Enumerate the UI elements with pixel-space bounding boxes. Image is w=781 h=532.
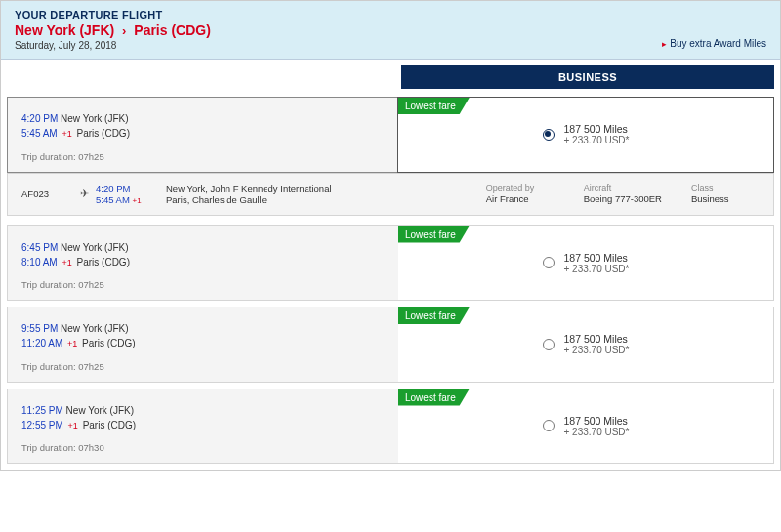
fare-radio[interactable]	[543, 129, 555, 141]
cabin-class: Business	[691, 193, 729, 204]
fare-radio[interactable]	[543, 339, 555, 350]
arr-time: 8:10 AM	[21, 257, 58, 267]
trip-duration: Trip duration: 07h30	[21, 442, 385, 453]
plus-day: +1	[68, 421, 78, 430]
trip-duration: Trip duration: 07h25	[21, 151, 385, 162]
dep-city: New York (JFK)	[61, 323, 128, 334]
plus-day: +1	[62, 129, 71, 139]
trip-duration: Trip duration: 07h25	[21, 279, 385, 290]
miles-amount: 187 500 Miles	[564, 415, 630, 427]
arr-city: Paris (CDG)	[77, 257, 130, 267]
detail-plus-day: +1	[133, 196, 142, 205]
dep-city: New York (JFK)	[66, 405, 134, 416]
arr-city: Paris (CDG)	[77, 128, 130, 139]
dep-time: 4:20 PM	[21, 113, 58, 124]
fare-cell[interactable]: Lowest fare 187 500 Miles + 233.70 USD*	[398, 307, 773, 382]
origin: New York (JFK)	[15, 22, 114, 38]
taxes-amount: + 233.70 USD*	[564, 135, 630, 145]
fare-cell[interactable]: Lowest fare 187 500 Miles + 233.70 USD*	[397, 97, 774, 173]
arr-time: 11:20 AM	[21, 338, 62, 348]
route-line: New York (JFK) › Paris (CDG)	[15, 22, 766, 38]
dep-time: 9:55 PM	[21, 323, 58, 334]
plus-day: +1	[62, 258, 71, 267]
aircraft: Boeing 777-300ER	[584, 193, 662, 204]
flight-times: 6:45 PM New York (JFK) 8:10 AM +1 Paris …	[8, 226, 398, 301]
trip-duration: Trip duration: 07h25	[21, 361, 385, 372]
operated-by-label: Operated by	[486, 184, 555, 193]
buy-miles-link[interactable]: ▸Buy extra Award Miles	[662, 38, 766, 49]
destination: Paris (CDG)	[134, 22, 211, 38]
lowest-fare-ribbon: Lowest fare	[398, 307, 470, 324]
detail-dep-time: 4:20 PM	[96, 184, 166, 194]
triangle-icon: ▸	[662, 39, 667, 49]
operated-by: Air France	[486, 193, 529, 204]
fare-radio[interactable]	[543, 257, 555, 268]
taxes-amount: + 233.70 USD*	[564, 427, 630, 437]
dep-time: 6:45 PM	[21, 242, 58, 253]
fare-cell[interactable]: Lowest fare 187 500 Miles + 233.70 USD*	[398, 389, 773, 464]
detail-arr-airport: Paris, Charles de Gaulle	[166, 194, 361, 205]
travel-date: Saturday, July 28, 2018	[15, 40, 766, 51]
dep-city: New York (JFK)	[61, 242, 128, 253]
dep-city: New York (JFK)	[61, 113, 128, 124]
flight-option[interactable]: 11:25 PM New York (JFK) 12:55 PM +1 Pari…	[7, 389, 774, 465]
detail-arr-time: 5:45 AM	[96, 194, 130, 205]
flight-times: 11:25 PM New York (JFK) 12:55 PM +1 Pari…	[8, 389, 398, 464]
fare-cell[interactable]: Lowest fare 187 500 Miles + 233.70 USD*	[398, 226, 773, 301]
taxes-amount: + 233.70 USD*	[564, 264, 630, 274]
flight-times: 9:55 PM New York (JFK) 11:20 AM +1 Paris…	[8, 307, 398, 382]
flight-detail-row: AF023 ✈ 4:20 PM 5:45 AM +1 New York, Joh…	[7, 173, 774, 216]
flight-option[interactable]: 4:20 PM New York (JFK) 5:45 AM +1 Paris …	[7, 97, 774, 173]
lowest-fare-ribbon: Lowest fare	[398, 98, 470, 114]
departure-header: YOUR DEPARTURE FLIGHT New York (JFK) › P…	[1, 1, 780, 60]
arr-city: Paris (CDG)	[82, 338, 135, 348]
miles-amount: 187 500 Miles	[564, 123, 630, 135]
flight-option[interactable]: 9:55 PM New York (JFK) 11:20 AM +1 Paris…	[7, 307, 774, 383]
fare-radio[interactable]	[543, 420, 555, 431]
dep-time: 11:25 PM	[21, 405, 63, 416]
flight-times: 4:20 PM New York (JFK) 5:45 AM +1 Paris …	[8, 98, 398, 172]
flight-number: AF023	[21, 188, 80, 199]
buy-miles-label: Buy extra Award Miles	[670, 38, 766, 49]
miles-amount: 187 500 Miles	[564, 252, 630, 264]
arr-city: Paris (CDG)	[83, 420, 136, 430]
cabin-header-row: BUSINESS	[1, 60, 780, 97]
aircraft-label: Aircraft	[584, 184, 662, 193]
lowest-fare-ribbon: Lowest fare	[398, 389, 470, 406]
class-label: Class	[691, 184, 760, 193]
plus-day: +1	[67, 339, 77, 348]
cabin-business-tab[interactable]: BUSINESS	[401, 65, 774, 89]
header-title: YOUR DEPARTURE FLIGHT	[15, 9, 766, 20]
taxes-amount: + 233.70 USD*	[564, 345, 630, 355]
lowest-fare-ribbon: Lowest fare	[398, 226, 470, 243]
airplane-icon: ✈	[80, 187, 96, 200]
arr-time: 12:55 PM	[21, 420, 63, 430]
arr-time: 5:45 AM	[21, 128, 58, 139]
route-chevron-icon: ›	[122, 23, 126, 38]
miles-amount: 187 500 Miles	[564, 333, 630, 345]
detail-dep-airport: New York, John F Kennedy International	[166, 184, 361, 194]
flight-option[interactable]: 6:45 PM New York (JFK) 8:10 AM +1 Paris …	[7, 225, 774, 302]
